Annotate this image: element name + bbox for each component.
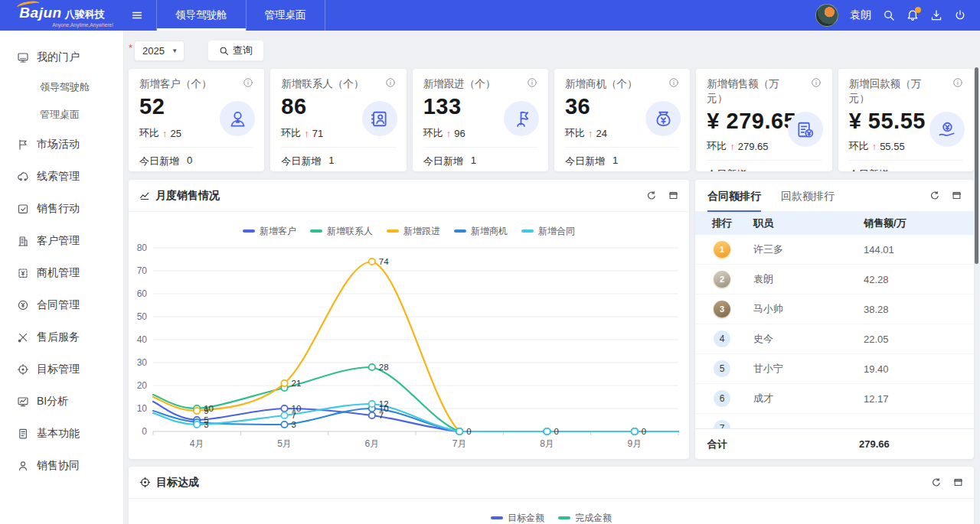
refresh-icon[interactable] bbox=[646, 190, 657, 201]
topbar-tab-2[interactable]: 管理桌面 bbox=[246, 0, 325, 31]
notification-bell-icon[interactable] bbox=[906, 9, 919, 21]
sidebar-item-market-activity[interactable]: 市场活动 bbox=[0, 129, 123, 161]
line-chart-icon bbox=[139, 190, 150, 201]
ranking-tab-1[interactable]: 合同额排行 bbox=[707, 180, 761, 212]
refresh-icon[interactable] bbox=[929, 190, 940, 201]
refresh-icon[interactable] bbox=[931, 477, 942, 488]
legend-swatch bbox=[454, 229, 466, 233]
ratio-label: 环比 bbox=[707, 139, 727, 153]
ranking-panel: 合同额排行回款额排行 排行 职员 销售额/万 1许三多144.012袁朗42.2… bbox=[695, 180, 974, 459]
user-name[interactable]: 袁朗 bbox=[850, 8, 871, 22]
legend-item-5[interactable]: 新增合同 bbox=[521, 225, 575, 238]
sidebar-subitem-my-portal-1[interactable]: 管理桌面 bbox=[0, 101, 123, 129]
target-panel-title: 目标达成 bbox=[156, 476, 199, 490]
legend-item-2[interactable]: 完成金额 bbox=[558, 512, 612, 524]
sidebar-item-opportunity[interactable]: 商机管理 bbox=[0, 257, 123, 289]
fullscreen-icon[interactable] bbox=[952, 190, 962, 201]
middle-row: 月度销售情况 新增客户新增联系人新增跟进新增商机新增合同 01020304050… bbox=[129, 180, 974, 459]
page-scrollbar[interactable] bbox=[975, 67, 978, 264]
stat-card-new-customers: 新增客户（个）52环比↑25今日新增0 bbox=[129, 69, 264, 171]
ranking-tab-2[interactable]: 回款额排行 bbox=[781, 180, 835, 212]
legend-swatch bbox=[491, 516, 503, 519]
sidebar-item-bi[interactable]: BI分析 bbox=[0, 386, 123, 418]
ratio-label: 环比 bbox=[423, 126, 443, 140]
svg-text:5月: 5月 bbox=[277, 438, 292, 449]
target-icon bbox=[17, 363, 29, 376]
bi-monitor-icon bbox=[17, 395, 29, 408]
legend-item-3[interactable]: 新增跟进 bbox=[387, 225, 440, 238]
today-label: 今日新增 bbox=[849, 168, 889, 171]
info-icon[interactable] bbox=[385, 77, 396, 91]
stat-card-title-row: 新增跟进（个） bbox=[423, 76, 537, 91]
sidebar-item-goal[interactable]: 目标管理 bbox=[0, 353, 123, 386]
sidebar-item-label: 市场活动 bbox=[37, 138, 80, 151]
menu-collapse-icon[interactable] bbox=[124, 9, 150, 21]
fullscreen-icon[interactable] bbox=[668, 190, 678, 201]
col-employee: 职员 bbox=[749, 216, 864, 230]
topbar: Bajun 八骏科技 Anyone,Anytime,Anywhere! 领导驾驶… bbox=[0, 0, 980, 31]
fullscreen-icon[interactable] bbox=[953, 477, 963, 488]
sidebar-item-label: 销售协同 bbox=[37, 459, 80, 473]
employee-name: 史今 bbox=[749, 332, 864, 346]
legend-label: 新增跟进 bbox=[403, 225, 440, 238]
medal-rank-2-icon: 2 bbox=[714, 271, 730, 288]
ratio-label: 环比 bbox=[565, 126, 585, 140]
query-button-label: 查询 bbox=[233, 44, 253, 57]
power-icon[interactable] bbox=[954, 9, 966, 21]
ratio-value: 71 bbox=[312, 128, 323, 139]
stat-card-title: 新增销售额（万元） bbox=[707, 76, 799, 106]
monthly-sales-header: 月度销售情况 bbox=[129, 180, 689, 212]
info-icon[interactable] bbox=[952, 77, 963, 91]
customer-icon bbox=[220, 101, 255, 136]
sidebar-item-after-sales[interactable]: 售后服务 bbox=[0, 321, 123, 353]
sidebar-item-customer[interactable]: 客户管理 bbox=[0, 225, 123, 257]
query-search-icon bbox=[219, 46, 229, 56]
topbar-tab-1[interactable]: 领导驾驶舱 bbox=[156, 0, 246, 31]
legend-swatch bbox=[387, 229, 399, 233]
query-button[interactable]: 查询 bbox=[207, 40, 264, 61]
sidebar-item-sales-action[interactable]: 销售行动 bbox=[0, 193, 123, 225]
employee-name: 袁朗 bbox=[749, 272, 864, 286]
user-avatar[interactable] bbox=[815, 4, 838, 27]
stat-card-title-row: 新增客户（个） bbox=[139, 76, 253, 91]
svg-text:3: 3 bbox=[204, 420, 208, 429]
ratio-value: 55.55 bbox=[880, 141, 905, 152]
sidebar-item-label: 我的门户 bbox=[37, 50, 80, 64]
info-icon[interactable] bbox=[527, 77, 537, 91]
stat-card-today-row: 今日新增0 bbox=[139, 147, 253, 168]
svg-text:0: 0 bbox=[554, 427, 559, 436]
info-icon[interactable] bbox=[243, 77, 253, 91]
sidebar-subitem-my-portal-0[interactable]: 领导驾驶舱 bbox=[0, 73, 123, 101]
up-arrow-icon: ↑ bbox=[162, 128, 168, 139]
required-mark: * bbox=[129, 42, 132, 54]
legend-label: 新增联系人 bbox=[327, 225, 373, 238]
today-label: 今日新增 bbox=[281, 155, 321, 168]
rank-cell: 5 bbox=[695, 360, 749, 377]
info-icon[interactable] bbox=[811, 77, 822, 91]
up-arrow-icon: ↑ bbox=[730, 141, 735, 152]
sidebar-item-contract[interactable]: 合同管理 bbox=[0, 289, 123, 321]
stat-card-new-followups: 新增跟进（个）133环比↑96今日新增1 bbox=[413, 69, 548, 171]
sidebar-item-sales-collab[interactable]: 销售协同 bbox=[0, 450, 123, 482]
info-icon[interactable] bbox=[668, 77, 679, 91]
rank-cell: 4 bbox=[695, 330, 749, 347]
legend-item-1[interactable]: 目标金额 bbox=[491, 512, 544, 524]
sales-value: 42.28 bbox=[864, 274, 974, 285]
sidebar-item-my-portal[interactable]: 我的门户 bbox=[0, 41, 123, 73]
legend-item-4[interactable]: 新增商机 bbox=[454, 225, 508, 238]
search-icon[interactable] bbox=[883, 9, 895, 21]
sidebar-item-basic[interactable]: 基本功能 bbox=[0, 418, 123, 450]
year-select[interactable]: 2025 ▼ bbox=[134, 41, 185, 61]
legend-item-2[interactable]: 新增联系人 bbox=[310, 225, 373, 238]
sidebar-item-label: 目标管理 bbox=[37, 363, 80, 376]
stat-card-title-row: 新增联系人（个） bbox=[281, 76, 395, 91]
svg-text:40: 40 bbox=[137, 334, 148, 345]
legend-item-1[interactable]: 新增客户 bbox=[243, 225, 296, 238]
sidebar-item-leads[interactable]: 线索管理 bbox=[0, 161, 123, 193]
download-icon[interactable] bbox=[930, 9, 942, 21]
stat-card-title: 新增回款额（万元） bbox=[849, 76, 941, 106]
legend-label: 新增商机 bbox=[471, 225, 508, 238]
stat-cards-row: 新增客户（个）52环比↑25今日新增0新增联系人（个）86环比↑71今日新增1新… bbox=[129, 69, 974, 171]
monthly-sales-chart[interactable]: 010203040506070804月5月6月7月8月9月51071028921… bbox=[129, 239, 683, 457]
ratio-value: 279.65 bbox=[738, 141, 769, 152]
